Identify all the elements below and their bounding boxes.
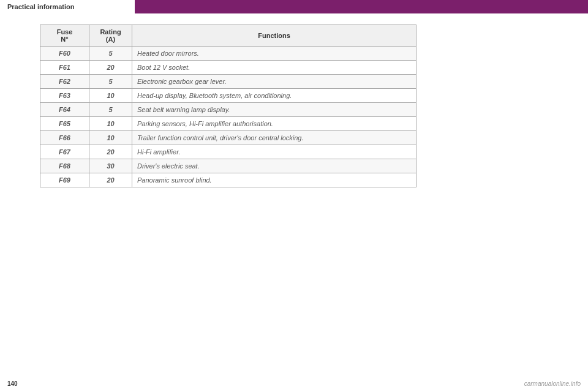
header-title: Practical information xyxy=(0,0,135,13)
watermark: carmanualonline.info xyxy=(524,380,581,387)
table-row: F6830Driver's electric seat. xyxy=(40,159,417,173)
rating-cell: 20 xyxy=(89,61,132,75)
table-row: F6510Parking sensors, Hi-Fi amplifier au… xyxy=(40,117,417,131)
header-bar: Practical information xyxy=(0,0,588,13)
col-header-rating: Rating(A) xyxy=(89,25,132,47)
rating-cell: 5 xyxy=(89,103,132,117)
header-accent xyxy=(135,0,588,13)
table-row: F645Seat belt warning lamp display. xyxy=(40,103,417,117)
rating-cell: 5 xyxy=(89,47,132,61)
fuse-cell: F64 xyxy=(40,103,89,117)
rating-cell: 10 xyxy=(89,131,132,145)
functions-cell: Boot 12 V socket. xyxy=(132,61,417,75)
fuse-cell: F66 xyxy=(40,131,89,145)
functions-cell: Driver's electric seat. xyxy=(132,159,417,173)
rating-cell: 30 xyxy=(89,159,132,173)
rating-cell: 5 xyxy=(89,75,132,89)
table-row: F6610Trailer function control unit, driv… xyxy=(40,131,417,145)
fuse-cell: F62 xyxy=(40,75,89,89)
table-row: F6720Hi-Fi amplifier. xyxy=(40,145,417,159)
fuse-table: FuseN° Rating(A) Functions F605Heated do… xyxy=(40,24,417,187)
rating-cell: 20 xyxy=(89,173,132,187)
page-number: 140 xyxy=(7,380,18,387)
table-row: F6920Panoramic sunroof blind. xyxy=(40,173,417,187)
fuse-cell: F60 xyxy=(40,47,89,61)
fuse-cell: F63 xyxy=(40,89,89,103)
table-row: F605Heated door mirrors. xyxy=(40,47,417,61)
functions-cell: Head-up display, Bluetooth system, air c… xyxy=(132,89,417,103)
functions-cell: Parking sensors, Hi-Fi amplifier authori… xyxy=(132,117,417,131)
main-content: FuseN° Rating(A) Functions F605Heated do… xyxy=(40,24,417,187)
fuse-cell: F65 xyxy=(40,117,89,131)
col-header-fuse: FuseN° xyxy=(40,25,89,47)
functions-cell: Seat belt warning lamp display. xyxy=(132,103,417,117)
rating-cell: 10 xyxy=(89,117,132,131)
rating-cell: 20 xyxy=(89,145,132,159)
fuse-cell: F69 xyxy=(40,173,89,187)
functions-cell: Hi-Fi amplifier. xyxy=(132,145,417,159)
functions-cell: Trailer function control unit, driver's … xyxy=(132,131,417,145)
table-row: F6310Head-up display, Bluetooth system, … xyxy=(40,89,417,103)
functions-cell: Panoramic sunroof blind. xyxy=(132,173,417,187)
col-header-functions: Functions xyxy=(132,25,417,47)
table-header-row: FuseN° Rating(A) Functions xyxy=(40,25,417,47)
functions-cell: Heated door mirrors. xyxy=(132,47,417,61)
table-row: F625Electronic gearbox gear lever. xyxy=(40,75,417,89)
fuse-cell: F61 xyxy=(40,61,89,75)
fuse-cell: F68 xyxy=(40,159,89,173)
functions-cell: Electronic gearbox gear lever. xyxy=(132,75,417,89)
table-row: F6120Boot 12 V socket. xyxy=(40,61,417,75)
fuse-cell: F67 xyxy=(40,145,89,159)
rating-cell: 10 xyxy=(89,89,132,103)
